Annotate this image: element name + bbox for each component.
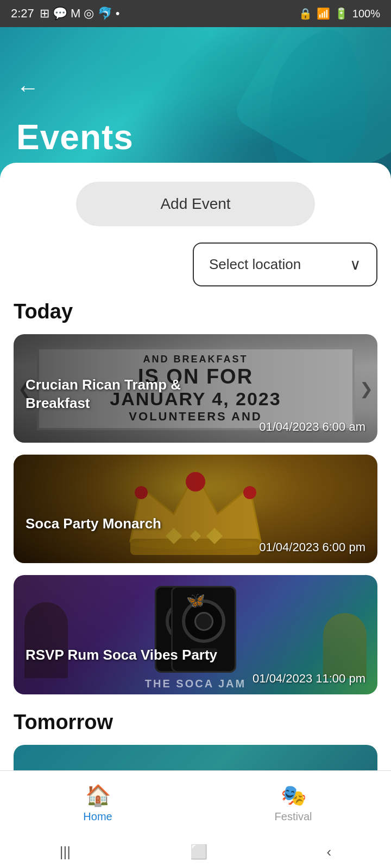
- status-bar: 2:27 ⊞ 💬 M ◎ 🐬 • 🔒 📶 🔋 100%: [0, 0, 391, 27]
- event-datetime-1: 01/04/2023 6:00 am: [259, 420, 365, 434]
- android-nav-bar: ||| ⬜ ‹: [0, 835, 391, 868]
- wifi-icon: 📶: [317, 7, 330, 20]
- chevron-down-icon: ∨: [350, 256, 361, 273]
- event-title-3: RSVP Rum Soca Vibes Party: [26, 646, 217, 665]
- header-banner: ← Events: [0, 27, 391, 179]
- tomorrow-section-heading: Tomorrow: [14, 711, 377, 734]
- nav-item-home[interactable]: 🏠 Home: [0, 783, 195, 823]
- add-event-button[interactable]: Add Event: [76, 182, 315, 226]
- location-select-wrapper: Select location ∨: [14, 242, 377, 286]
- home-icon: 🏠: [85, 783, 111, 807]
- event-title-2: Soca Party Monarch: [26, 515, 161, 533]
- android-back-button[interactable]: ‹: [316, 838, 342, 866]
- main-content: Add Event Select location ∨ Today AND BR…: [0, 163, 391, 868]
- nav-item-festival[interactable]: 🎭 Festival: [195, 783, 391, 823]
- page-title: Events: [16, 117, 375, 157]
- battery-level: 100%: [352, 8, 380, 20]
- event-card-crucian-rican[interactable]: AND BREAKFAST IS ON FOR JANUARY 4, 2023 …: [14, 334, 377, 443]
- android-menu-button[interactable]: |||: [49, 838, 81, 866]
- location-select-dropdown[interactable]: Select location ∨: [193, 242, 377, 286]
- status-time: 2:27: [11, 7, 34, 21]
- lock-icon: 🔒: [299, 7, 312, 20]
- location-select-label: Select location: [209, 256, 301, 273]
- festival-nav-label: Festival: [275, 810, 312, 823]
- status-left: 2:27 ⊞ 💬 M ◎ 🐬 •: [11, 7, 119, 21]
- battery-icon: 🔋: [335, 7, 348, 20]
- festival-icon: 🎭: [281, 783, 306, 807]
- status-right: 🔒 📶 🔋 100%: [299, 7, 380, 20]
- status-icons: ⊞ 💬 M ◎ 🐬 •: [40, 7, 120, 21]
- card-3-bottom-text: THE SOCA JAM: [14, 678, 377, 690]
- today-section-heading: Today: [14, 300, 377, 323]
- event-card-rsvp[interactable]: 🦋 RSVP Rum Soca Vibes Party 01/04/2023 1…: [14, 575, 377, 694]
- android-home-button[interactable]: ⬜: [179, 838, 218, 866]
- bottom-nav: 🏠 Home 🎭 Festival: [0, 770, 391, 835]
- event-title-1: Crucian Rican Tramp & Breakfast: [26, 376, 226, 413]
- back-button[interactable]: ←: [16, 75, 43, 101]
- event-card-soca-monarch[interactable]: Soca Party Monarch 01/04/2023 6:00 pm: [14, 455, 377, 563]
- event-datetime-2: 01/04/2023 6:00 pm: [259, 540, 365, 554]
- home-nav-label: Home: [83, 810, 112, 823]
